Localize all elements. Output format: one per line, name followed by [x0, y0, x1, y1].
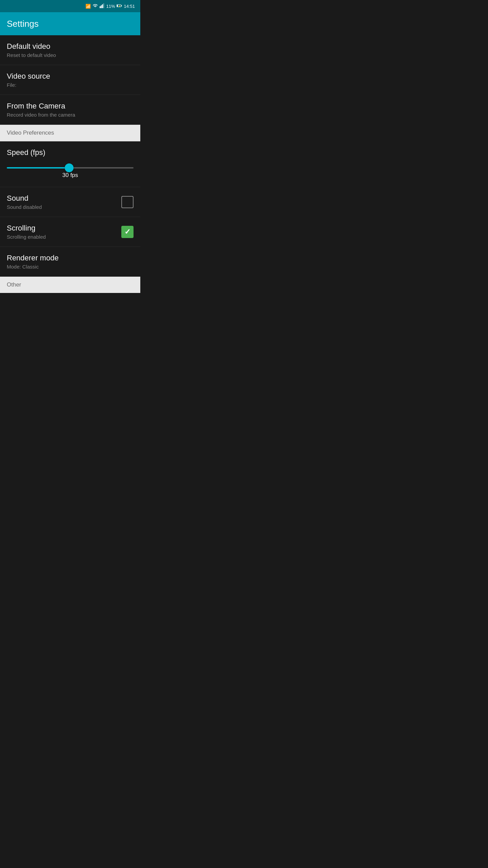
- settings-item-renderer-content: Renderer mode Mode: Classic: [7, 254, 134, 270]
- status-icons: 📶 11% ⚡ 14:5: [85, 3, 135, 9]
- time: 14:51: [124, 4, 135, 9]
- video-preferences-label: Video Preferences: [7, 130, 54, 136]
- settings-item-title-video-source: Video source: [7, 72, 134, 81]
- settings-item-title-renderer: Renderer mode: [7, 254, 134, 262]
- settings-item-scrolling[interactable]: Scrolling Scrolling enabled: [0, 217, 140, 247]
- settings-item-title-sound: Sound: [7, 194, 121, 203]
- settings-item-title-default-video: Default video: [7, 42, 134, 51]
- settings-item-subtitle-sound: Sound disabled: [7, 204, 121, 210]
- settings-item-scrolling-content: Scrolling Scrolling enabled: [7, 224, 121, 240]
- status-bar: 📶 11% ⚡ 14:5: [0, 0, 140, 12]
- settings-item-subtitle-default-video: Reset to default video: [7, 52, 134, 58]
- svg-rect-0: [100, 6, 101, 8]
- svg-rect-6: [117, 5, 118, 6]
- svg-rect-5: [121, 5, 122, 6]
- speed-slider[interactable]: [7, 167, 134, 169]
- battery-percent: 11%: [106, 4, 115, 9]
- wifi-icon: [93, 3, 98, 9]
- other-section-header: Other: [0, 277, 140, 293]
- settings-item-content: Video source File:: [7, 72, 134, 88]
- video-preferences-section-header: Video Preferences: [0, 125, 140, 141]
- speed-title: Speed (fps): [7, 148, 134, 157]
- other-label: Other: [7, 281, 21, 288]
- settings-item-from-camera[interactable]: From the Camera Record video from the ca…: [0, 95, 140, 125]
- settings-list: Default video Reset to default video Vid…: [0, 35, 140, 293]
- settings-item-title-scrolling: Scrolling: [7, 224, 121, 233]
- app-bar: Settings: [0, 12, 140, 35]
- settings-item-content: From the Camera Record video from the ca…: [7, 102, 134, 118]
- app-title: Settings: [7, 19, 39, 29]
- settings-item-subtitle-renderer: Mode: Classic: [7, 264, 134, 270]
- settings-item-title-from-camera: From the Camera: [7, 102, 134, 111]
- svg-rect-2: [102, 4, 103, 8]
- svg-text:⚡: ⚡: [118, 5, 121, 7]
- svg-rect-3: [103, 3, 104, 8]
- settings-item-renderer-mode[interactable]: Renderer mode Mode: Classic: [0, 247, 140, 277]
- bluetooth-icon: 📶: [85, 4, 91, 9]
- settings-item-subtitle-video-source: File:: [7, 82, 134, 88]
- speed-value: 30 fps: [7, 172, 134, 179]
- scrolling-checkbox[interactable]: [121, 226, 134, 238]
- settings-item-sound-content: Sound Sound disabled: [7, 194, 121, 210]
- svg-rect-1: [101, 5, 102, 8]
- settings-item-subtitle-from-camera: Record video from the camera: [7, 112, 134, 118]
- sound-checkbox[interactable]: [121, 196, 134, 208]
- settings-item-content: Default video Reset to default video: [7, 42, 134, 58]
- signal-icon: [100, 3, 104, 9]
- speed-slider-section: Speed (fps) 30 fps: [0, 141, 140, 187]
- settings-item-video-source[interactable]: Video source File:: [0, 65, 140, 95]
- settings-item-default-video[interactable]: Default video Reset to default video: [0, 35, 140, 65]
- settings-item-subtitle-scrolling: Scrolling enabled: [7, 234, 121, 240]
- settings-item-sound[interactable]: Sound Sound disabled: [0, 187, 140, 217]
- battery-icon: ⚡: [117, 4, 122, 9]
